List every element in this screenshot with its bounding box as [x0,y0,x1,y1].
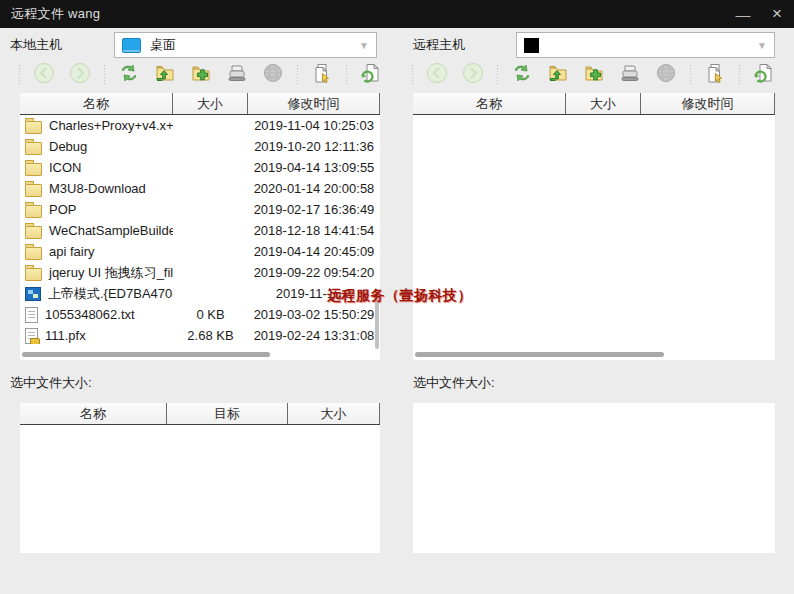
watermark-text: 远程服务（壹扬科技） [327,287,472,305]
file-row[interactable]: Charles+Proxy+v4.x+2019-11-04 10:25:03 [20,115,380,136]
queue-header: 名称目标大小 [20,403,380,425]
file-row[interactable]: ICON2019-04-14 13:09:55 [20,157,380,178]
remote-file-list: 名称大小修改时间 [413,93,775,360]
toolbar-separator [103,64,106,86]
folder-icon [25,205,42,218]
column-header[interactable]: 名称 [20,93,173,114]
file-name: api fairy [49,244,95,259]
local-host-combobox[interactable]: 桌面 ▼ [114,32,377,58]
file-name: jqeruy UI 拖拽练习_file [49,264,173,282]
file-row[interactable]: 111.pfx2.68 KB2019-02-24 13:31:08 [20,325,380,346]
horizontal-scrollbar[interactable] [22,352,270,357]
file-name: 111.pfx [45,328,86,343]
forward-icon [461,61,485,89]
forward-button[interactable] [67,62,93,88]
file-sync-button[interactable] [358,62,384,88]
file-size: 2.68 KB [173,328,248,343]
back-button[interactable] [424,62,450,88]
file-row[interactable]: M3U8-Download2020-01-14 20:00:58 [20,178,380,199]
column-header[interactable]: 目标 [167,403,288,424]
file-sync-button[interactable] [751,62,777,88]
file-name: 上帝模式.{ED7BA470-8 [48,285,173,303]
printer-button[interactable] [224,62,250,88]
file-name: POP [49,202,76,217]
remote-selected-size-box [413,403,775,553]
toolbar-separator [18,64,21,86]
file-name: M3U8-Download [49,181,146,196]
local-list-header: 名称大小修改时间 [20,93,380,115]
folder-icon [25,268,42,281]
file-row[interactable]: POP2019-02-17 16:36:49 [20,199,380,220]
column-header[interactable]: 大小 [173,93,248,114]
column-header[interactable]: 修改时间 [248,93,380,114]
file-select-button[interactable] [702,62,728,88]
back-icon [425,61,449,89]
folder-up-icon [153,61,177,89]
window-controls: — × [726,0,794,28]
file-select-icon [703,61,727,89]
window-title: 远程文件 wang [0,5,100,23]
titlebar: 远程文件 wang — × [0,0,794,28]
file-select-button[interactable] [309,62,335,88]
file-row[interactable]: jqeruy UI 拖拽练习_file2019-09-22 09:54:20 [20,262,380,283]
horizontal-scrollbar[interactable] [415,352,664,357]
file-row[interactable]: 上帝模式.{ED7BA470-82019-11-15 2 [20,283,380,304]
printer-button[interactable] [617,62,643,88]
refresh-button[interactable] [116,62,142,88]
printer-icon [618,61,642,89]
desktop-icon [122,38,141,53]
file-mtime: 2019-04-14 13:09:55 [248,160,380,175]
refresh-icon [510,61,534,89]
close-button[interactable]: × [760,0,794,28]
globe-button[interactable] [260,62,286,88]
back-button[interactable] [31,62,57,88]
column-header[interactable]: 名称 [413,93,566,114]
app-window: 远程文件 wang — × 本地主机 桌面 ▼ 远程主机 ▼ 名称大小修改时间 … [0,0,794,594]
folder-icon [25,163,42,176]
file-sync-icon [752,61,776,89]
column-header[interactable]: 大小 [566,93,641,114]
new-folder-button[interactable] [188,62,214,88]
back-icon [32,61,56,89]
local-host-value: 桌面 [150,36,176,54]
column-header[interactable]: 名称 [20,403,167,424]
minimize-button[interactable]: — [726,0,760,28]
forward-icon [68,61,92,89]
file-row[interactable]: Debug2019-10-20 12:11:36 [20,136,380,157]
file-mtime: 2019-02-24 13:31:08 [248,328,380,343]
globe-button[interactable] [653,62,679,88]
remote-list-header: 名称大小修改时间 [413,93,775,115]
file-row[interactable]: 1055348062.txt0 KB2019-03-02 15:50:29 [20,304,380,325]
folder-icon [25,247,42,260]
local-selected-size-label: 选中文件大小: [10,374,92,392]
file-mtime: 2019-11-04 10:25:03 [248,118,380,133]
file-mtime: 2019-09-22 09:54:20 [248,265,380,280]
chevron-down-icon[interactable]: ▼ [359,40,369,51]
file-row[interactable]: api fairy2019-04-14 20:45:09 [20,241,380,262]
refresh-button[interactable] [509,62,535,88]
forward-button[interactable] [460,62,486,88]
file-sync-icon [359,61,383,89]
local-host-label: 本地主机 [10,32,62,58]
folder-up-button[interactable] [545,62,571,88]
folder-icon [25,184,42,197]
certificate-icon [25,328,38,344]
queue-body [20,425,380,553]
file-row[interactable]: WeChatSampleBuilde2018-12-18 14:41:54 [20,220,380,241]
remote-host-label: 远程主机 [413,32,465,58]
new-folder-icon [189,61,213,89]
new-folder-button[interactable] [581,62,607,88]
file-name: WeChatSampleBuilde [49,223,173,238]
folder-up-button[interactable] [152,62,178,88]
folder-up-icon [546,61,570,89]
file-mtime: 2019-02-17 16:36:49 [248,202,380,217]
chevron-down-icon[interactable]: ▼ [757,40,767,51]
file-mtime: 2019-03-02 15:50:29 [248,307,380,322]
black-square-icon [524,38,539,53]
column-header[interactable]: 大小 [288,403,380,424]
column-header[interactable]: 修改时间 [641,93,775,114]
new-folder-icon [582,61,606,89]
file-mtime: 2018-12-18 14:41:54 [248,223,380,238]
toolbar-separator [689,64,692,86]
remote-host-combobox[interactable]: ▼ [516,32,775,58]
